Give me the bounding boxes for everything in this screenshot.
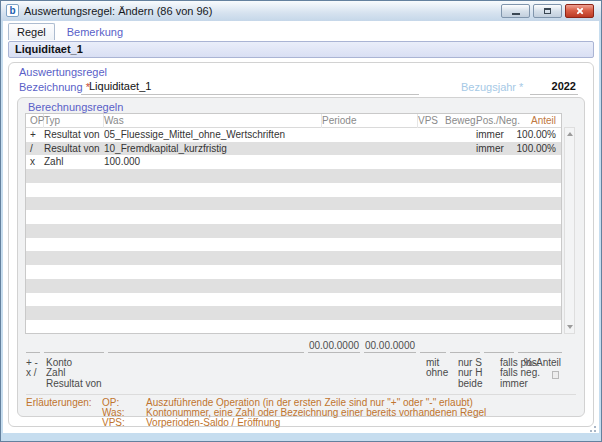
edit-beweg-field[interactable] [450, 340, 480, 353]
edit-was-field[interactable] [108, 340, 304, 353]
table-row[interactable]: x Zahl 100.000 [26, 155, 561, 169]
required-marker: * [519, 81, 523, 93]
cell-pos-neg [476, 155, 516, 169]
table-body: + Resultat von 05_Fluessige_Mittel_ohne_… [26, 128, 561, 334]
edit-vps-field[interactable] [420, 340, 446, 353]
legend-notes-divider [26, 394, 576, 395]
scroll-down-icon[interactable] [567, 325, 573, 329]
cell-op: + [30, 128, 44, 142]
col-vps: VPS [418, 114, 445, 128]
resize-grip[interactable] [587, 423, 596, 432]
bezugsjahr-label: Bezugsjahr * [461, 81, 523, 93]
window-controls [501, 4, 594, 18]
bezeichnung-label: Bezeichnung * [19, 81, 90, 93]
cell-vps [418, 142, 445, 156]
legend-anteil-label: %-Anteil [524, 358, 561, 368]
table-row-empty[interactable] [26, 293, 561, 307]
title-bar[interactable]: b Auswertungsregel: Ändern (86 von 96) [1, 1, 601, 21]
table-header: OP Typ Was Periode VPS Beweg. Pos./Neg. … [26, 114, 561, 128]
table-row-empty[interactable] [26, 251, 561, 265]
group-auswertungsregel-title: Auswertungsregel [19, 66, 107, 78]
col-op: OP [30, 114, 44, 128]
group-auswertungsregel: Auswertungsregel Bezeichnung * Liquidita… [8, 62, 594, 427]
cell-beweg [445, 155, 476, 169]
cell-periode [322, 142, 418, 156]
table-row-empty[interactable] [26, 224, 561, 238]
edit-typ-field[interactable] [44, 340, 104, 353]
table-row[interactable]: + Resultat von 05_Fluessige_Mittel_ohne_… [26, 128, 561, 142]
table-row-empty[interactable] [26, 265, 561, 279]
app-window: b Auswertungsregel: Ändern (86 von 96) R… [0, 0, 602, 442]
table-row-empty[interactable] [26, 306, 561, 320]
col-periode: Periode [322, 114, 418, 128]
table-row-empty[interactable] [26, 183, 561, 197]
table-row-empty[interactable] [26, 238, 561, 252]
bezeichnung-input[interactable]: Liquiditaet_1 [81, 80, 419, 95]
cell-vps [418, 155, 445, 169]
close-button[interactable] [565, 4, 594, 18]
cell-beweg [445, 128, 476, 142]
cell-was: 100.000 [104, 155, 322, 169]
window-title: Auswertungsregel: Ändern (86 von 96) [24, 1, 212, 21]
legend-operators: + - Konto x / Zahl Resultat von [26, 358, 102, 389]
table-row-empty[interactable] [26, 169, 561, 183]
cell-anteil: 100.00% [516, 142, 561, 156]
note-term: VPS: [102, 418, 146, 428]
legend-op-symbols [26, 379, 46, 389]
edit-anteil-field[interactable] [518, 340, 562, 353]
note-text: Vorperioden-Saldo / Eröffnung [146, 418, 578, 428]
notes-section: Erläuterungen: OP: Auszuführende Operati… [26, 398, 578, 428]
legend: + - Konto x / Zahl Resultat von mit ohne… [26, 358, 563, 390]
edit-periode-von-field[interactable]: 00.00.0000 [308, 340, 360, 353]
tab-bar: Regel Bemerkung [8, 23, 131, 40]
col-anteil: Anteil [516, 114, 561, 128]
table-row-empty[interactable] [26, 279, 561, 293]
cell-pos-neg: immer [476, 128, 516, 142]
tab-regel[interactable]: Regel [8, 23, 55, 40]
table-row-empty[interactable] [26, 320, 561, 334]
cell-typ: Zahl [44, 155, 104, 169]
tab-bemerkung[interactable]: Bemerkung [59, 24, 131, 40]
cell-periode [322, 128, 418, 142]
group-berechnungsregeln: Berechnungsregeln OP Typ Was Periode VPS… [17, 97, 585, 417]
window-client-area: Regel Bemerkung Liquiditaet_1 Auswertung… [3, 21, 599, 433]
cell-periode [322, 155, 418, 169]
minimize-icon [512, 13, 520, 15]
cell-was: 10_Fremdkapital_kurzfristig [104, 142, 322, 156]
col-typ: Typ [44, 114, 104, 128]
scroll-up-icon[interactable] [567, 132, 573, 136]
cell-typ: Resultat von [44, 128, 104, 142]
table-row[interactable]: / Resultat von 10_Fremdkapital_kurzfrist… [26, 142, 561, 156]
cell-pos-neg: immer [476, 142, 516, 156]
col-was: Was [104, 114, 322, 128]
minimize-button[interactable] [501, 4, 530, 18]
legend-op-symbols: x / [26, 368, 46, 378]
table-edit-row: 00.00.0000 00.00.0000 [26, 340, 562, 353]
maximize-icon [544, 8, 551, 14]
col-beweg: Beweg. [445, 114, 476, 128]
bezugsjahr-input[interactable]: 2022 [530, 80, 578, 95]
col-pos-neg: Pos./Neg. [476, 114, 516, 128]
rules-table: OP Typ Was Periode VPS Beweg. Pos./Neg. … [25, 113, 562, 334]
anteil-box-icon[interactable] [552, 371, 559, 379]
cell-anteil: 100.00% [516, 128, 561, 142]
table-row-empty[interactable] [26, 210, 561, 224]
field-row: Bezeichnung * Liquiditaet_1 Bezugsjahr *… [9, 80, 593, 96]
cell-beweg [445, 142, 476, 156]
legend-beweg-options: nur S nur H beide [458, 358, 482, 389]
legend-vps-options: mit ohne [426, 358, 448, 379]
table-scrollbar[interactable] [564, 127, 575, 334]
edit-periode-bis-field[interactable]: 00.00.0000 [364, 340, 416, 353]
rule-name-header: Liquiditaet_1 [8, 41, 594, 58]
cell-anteil [516, 155, 561, 169]
app-logo-icon: b [6, 4, 19, 17]
maximize-button[interactable] [533, 4, 562, 18]
close-icon [576, 7, 584, 15]
cell-op: / [30, 142, 44, 156]
cell-op: x [30, 155, 44, 169]
notes-label: Erläuterungen: [26, 398, 102, 408]
legend-anteil: %-Anteil [524, 358, 561, 379]
table-row-empty[interactable] [26, 197, 561, 211]
edit-pos-neg-field[interactable] [484, 340, 514, 353]
edit-op-field[interactable] [26, 340, 40, 353]
